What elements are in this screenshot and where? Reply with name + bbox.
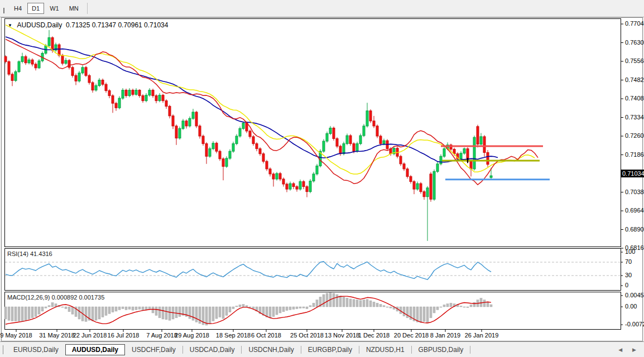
tab-usdcnh-daily[interactable]: USDCNH,Daily	[242, 344, 300, 355]
macd-histogram-bar	[346, 298, 348, 307]
candle-body	[420, 184, 422, 191]
candle-body	[179, 128, 181, 138]
tab-usdchf-daily[interactable]: USDCHF,Daily	[125, 344, 182, 355]
macd-histogram-bar	[426, 307, 429, 322]
macd-axis-label: 0.00	[625, 303, 637, 310]
macd-histogram-bar	[443, 305, 445, 307]
candle-body	[105, 84, 107, 90]
rsi-indicator-label: RSI(14) 41.4316	[7, 250, 52, 257]
macd-histogram-bar	[155, 307, 157, 315]
macd-histogram-bar	[45, 307, 47, 308]
price-axis-label: 0.74820	[625, 76, 644, 83]
candle-body	[470, 161, 472, 169]
macd-histogram-bar	[232, 307, 234, 309]
candle-body	[480, 137, 482, 144]
chart-tab-bar: EURUSD,Daily AUDUSD,Daily USDCHF,Daily U…	[0, 341, 644, 357]
macd-histogram-bar	[169, 307, 171, 320]
macd-axis-label: 0.004583	[625, 292, 644, 298]
candle-body	[115, 103, 117, 108]
candle-body	[128, 90, 131, 96]
macd-histogram-bar	[309, 306, 311, 307]
candle-body	[205, 144, 208, 157]
macd-histogram-bar	[423, 307, 425, 321]
price-axis-label: 0.77040	[625, 20, 644, 27]
macd-histogram-bar	[292, 307, 295, 309]
candle-body	[85, 67, 87, 75]
macd-histogram-bar	[112, 307, 114, 312]
chart-object-marker	[467, 158, 468, 163]
macd-histogram-bar	[48, 306, 50, 307]
candle-body	[182, 121, 184, 129]
macd-histogram-bar	[279, 307, 281, 313]
candle-body	[416, 184, 419, 189]
candle-body	[440, 156, 442, 164]
candle-body	[379, 136, 382, 144]
macd-histogram-bar	[122, 307, 124, 309]
rsi-name: RSI(14)	[7, 250, 28, 257]
candle-body	[289, 184, 291, 189]
candle-body	[48, 37, 50, 45]
macd-histogram-bar	[15, 307, 17, 321]
candle-body	[363, 126, 365, 136]
macd-histogram-bar	[102, 307, 104, 317]
candle-body	[343, 144, 345, 154]
tab-separator	[470, 346, 470, 354]
macd-histogram-bar	[359, 301, 362, 307]
candle-body	[142, 96, 144, 101]
candle-body	[487, 152, 489, 164]
macd-histogram-bar	[175, 307, 177, 318]
macd-histogram-bar	[222, 307, 224, 319]
price-axis-label: 0.75560	[625, 57, 644, 64]
tab-eurusd-daily[interactable]: EURUSD,Daily	[7, 344, 65, 355]
macd-histogram-bar	[145, 307, 147, 310]
macd-histogram-bar	[51, 303, 54, 307]
candle-body	[242, 123, 244, 128]
macd-histogram-bar	[436, 307, 439, 310]
macd-histogram-bar	[289, 307, 291, 310]
candle-body	[58, 45, 60, 55]
rsi-line	[6, 262, 491, 279]
tab-usdcad-daily[interactable]: USDCAD,Daily	[183, 344, 242, 355]
candle-body	[175, 126, 177, 138]
macd-histogram-bar	[406, 307, 408, 318]
slow-ma-line	[6, 37, 498, 162]
symbol-dropdown-icon[interactable]: ▼	[8, 23, 12, 28]
scroll-tabs-left-icon[interactable]: ◀	[618, 347, 622, 353]
macd-histogram-bar	[390, 307, 392, 308]
macd-histogram-bar	[349, 299, 352, 307]
candle-body	[346, 136, 348, 143]
candle-body	[426, 188, 429, 197]
candle-body	[433, 171, 435, 199]
tab-gbpusd-daily[interactable]: GBPUSD,Daily	[412, 344, 470, 355]
chart-canvas[interactable]	[0, 0, 644, 357]
macd-histogram-bar	[35, 307, 37, 317]
candle-body	[125, 90, 127, 96]
macd-indicator-label: MACD(12,26,9) 0.000892 0.001735	[7, 294, 104, 301]
macd-histogram-bar	[225, 307, 228, 315]
candle-body	[65, 60, 67, 63]
tab-clipped-edge[interactable]	[0, 345, 3, 354]
candle-body	[51, 37, 54, 50]
candle-body	[323, 141, 325, 151]
candle-body	[400, 156, 402, 164]
tab-eurgbp-daily[interactable]: EURGBP,Daily	[301, 344, 359, 355]
tab-audusd-daily[interactable]: AUDUSD,Daily	[65, 344, 125, 355]
macd-histogram-bar	[302, 307, 305, 308]
candle-body	[463, 149, 465, 153]
macd-histogram-bar	[192, 307, 194, 320]
macd-histogram-bar	[276, 307, 278, 315]
macd-histogram-bar	[490, 305, 492, 307]
candle-body	[189, 118, 191, 126]
date-axis-label: 22 Jun 2018	[73, 332, 107, 339]
scroll-tabs-right-icon[interactable]: ▶	[632, 347, 636, 353]
macd-histogram-bar	[92, 307, 94, 321]
candle-body	[215, 143, 218, 151]
candle-body	[102, 80, 104, 85]
macd-histogram-bar	[316, 300, 318, 307]
macd-histogram-bar	[31, 307, 33, 318]
candle-body	[81, 67, 84, 73]
macd-histogram-bar	[249, 307, 251, 307]
candle-body	[78, 73, 80, 81]
tab-nzdusd-h1[interactable]: NZDUSD,H1	[359, 344, 411, 355]
candle-body	[326, 133, 328, 141]
